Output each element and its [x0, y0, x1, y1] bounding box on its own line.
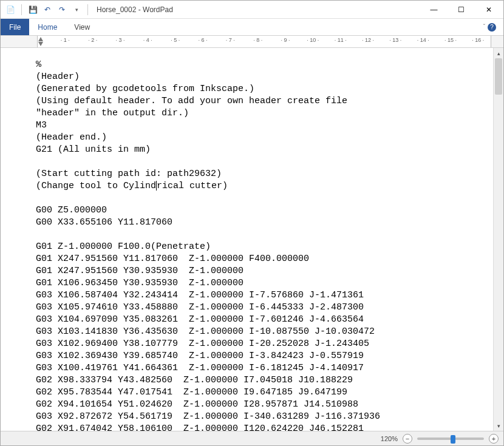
indent-marker-bottom[interactable] — [38, 42, 43, 46]
text-cursor — [156, 181, 157, 191]
ruler-inner: · 1 ·· 2 ·· 3 ·· 4 ·· 5 ·· 6 ·· 7 ·· 8 ·… — [37, 36, 491, 47]
minimize-button[interactable]: — — [420, 1, 448, 18]
document-text[interactable]: % (Header) (Generated by gcodetools from… — [36, 59, 493, 431]
ruler[interactable]: · 1 ·· 2 ·· 3 ·· 4 ·· 5 ·· 6 ·· 7 ·· 8 ·… — [1, 36, 503, 48]
ruler-tick: · 2 · — [88, 37, 97, 43]
separator — [87, 4, 88, 15]
ruler-tick: · 4 · — [143, 37, 152, 43]
window-controls: — ☐ ✕ — [420, 1, 502, 18]
scroll-down-button[interactable]: ▾ — [494, 421, 503, 431]
scroll-up-button[interactable]: ▴ — [494, 48, 503, 58]
ruler-tick: · 3 · — [115, 37, 124, 43]
ruler-tick: · 1 · — [61, 37, 70, 43]
close-button[interactable]: ✕ — [475, 1, 502, 18]
zoom-out-button[interactable]: − — [403, 434, 412, 444]
titlebar: 📄 💾 ↶ ↷ ▾ Horse_0002 - WordPad — ☐ ✕ — [1, 1, 503, 19]
document-editor[interactable]: % (Header) (Generated by gcodetools from… — [1, 48, 493, 431]
zoom-in-button[interactable]: + — [489, 434, 499, 444]
ruler-tick: · 10 · — [307, 37, 319, 43]
ruler-tick: · 16 · — [472, 37, 484, 43]
ruler-tick: · 14 · — [417, 37, 429, 43]
ruler-tick: · 11 · — [335, 37, 347, 43]
separator — [21, 4, 22, 15]
ruler-tick: · 13 · — [389, 37, 401, 43]
redo-button[interactable]: ↷ — [56, 4, 68, 16]
ribbon-right-controls: ˇ ? — [480, 19, 500, 35]
ruler-tick: · 9 · — [281, 37, 290, 43]
qat-customize-dropdown[interactable]: ▾ — [70, 4, 83, 16]
ribbon-tabs: File Home View ˇ ? — [1, 19, 503, 36]
zoom-slider[interactable] — [417, 438, 484, 440]
undo-button[interactable]: ↶ — [41, 4, 53, 16]
app-icon: 📄 — [4, 4, 16, 16]
ruler-tick: · 7 · — [226, 37, 235, 43]
zoom-label: 120% — [381, 435, 398, 442]
help-icon[interactable]: ? — [488, 23, 496, 32]
editor-area: % (Header) (Generated by gcodetools from… — [1, 48, 503, 431]
tab-home[interactable]: Home — [29, 19, 66, 35]
statusbar: 120% − + — [1, 431, 503, 445]
vertical-scrollbar[interactable]: ▴ ▾ — [493, 48, 503, 431]
ruler-tick: · 6 · — [198, 37, 207, 43]
ruler-tick: · 15 · — [444, 37, 457, 43]
scroll-thumb[interactable] — [495, 58, 502, 95]
ruler-tick: · 5 · — [171, 37, 180, 43]
tab-file[interactable]: File — [1, 19, 29, 35]
ruler-tick: · 8 · — [253, 37, 262, 43]
save-button[interactable]: 💾 — [27, 4, 39, 16]
tab-view[interactable]: View — [66, 19, 98, 35]
maximize-button[interactable]: ☐ — [448, 1, 475, 18]
ruler-tick: · 12 · — [362, 37, 374, 43]
quick-access-toolbar: 📄 💾 ↶ ↷ ▾ — [4, 4, 90, 16]
zoom-slider-knob[interactable] — [451, 435, 455, 444]
window-title: Horse_0002 - WordPad — [90, 5, 420, 14]
indent-marker-top[interactable] — [38, 37, 43, 41]
collapse-ribbon-icon[interactable]: ˇ — [483, 24, 485, 30]
